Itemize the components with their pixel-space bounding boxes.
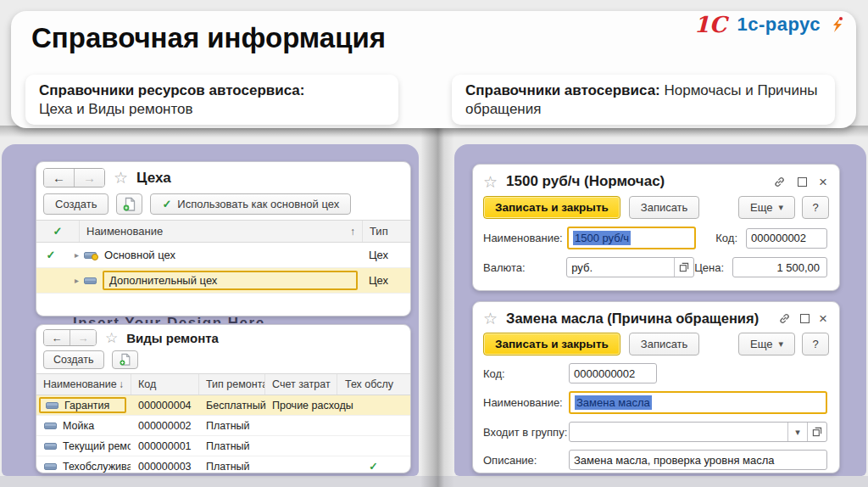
- help-button[interactable]: ?: [802, 196, 829, 219]
- reason-name-row: Наименование: Замена масла: [483, 391, 827, 414]
- type-cell: Платный: [198, 440, 264, 452]
- name-field[interactable]: Замена масла: [569, 391, 827, 414]
- expand-icon[interactable]: ▸: [75, 250, 79, 260]
- name-value: 1500 руб/ч: [573, 231, 631, 245]
- repair-name: Текущий ремонт: [63, 440, 131, 452]
- favorite-star-icon[interactable]: ☆: [483, 311, 498, 327]
- sort-asc-icon: ↑: [350, 226, 355, 238]
- link-icon[interactable]: [773, 176, 786, 188]
- create-group-button[interactable]: [112, 350, 138, 369]
- table-row-main-shop[interactable]: ✓ ▸ Основной цех Цех: [36, 243, 410, 268]
- reason-description-row: Описание: Замена масла, проверка уровня …: [483, 450, 827, 470]
- selected-name-cell[interactable]: Гарантия: [39, 397, 126, 413]
- open-group-button[interactable]: [807, 423, 826, 441]
- group-field[interactable]: ▾: [569, 422, 827, 442]
- table-row-additional-shop[interactable]: ▸ Дополнительный цех Цех: [36, 268, 410, 294]
- code-field[interactable]: 0000000002: [569, 363, 657, 383]
- table-row-current-repair[interactable]: Текущий ремонт 000000001 Платный: [36, 436, 410, 456]
- name-field[interactable]: 1500 руб/ч: [567, 227, 696, 249]
- more-button[interactable]: Еще ▾: [738, 333, 795, 355]
- currency-field[interactable]: руб.: [566, 257, 694, 277]
- column-header-name[interactable]: Наименование ↓: [36, 374, 131, 395]
- maximize-icon[interactable]: [798, 177, 807, 187]
- repair-name: Гарантия: [64, 400, 109, 411]
- favorite-star-icon[interactable]: ☆: [105, 331, 118, 345]
- favorite-star-icon[interactable]: ☆: [114, 170, 128, 186]
- rate-currency-row: Валюта: руб. Цена: 1 500,00: [483, 257, 827, 277]
- main-flag-cell: ✓: [36, 249, 65, 261]
- use-as-main-shop-button[interactable]: ✓ Использовать как основной цех: [150, 193, 351, 215]
- check-icon: ✓: [47, 249, 56, 261]
- column-header-code[interactable]: Код: [131, 374, 198, 395]
- dropdown-arrow-icon: ▾: [778, 339, 783, 350]
- cost-cell: Прочие расходы: [264, 400, 337, 411]
- repairs-titlebar: ← → ☆ Виды ремонта: [36, 325, 410, 349]
- subtitle-right-bold: Справочники автосервиса:: [465, 82, 660, 98]
- table-row-wash[interactable]: Мойка 000000002 Платный: [36, 416, 410, 436]
- create-button[interactable]: Создать: [43, 350, 104, 369]
- reason-window: ☆ Замена масла (Причина обращения) × Зап…: [472, 301, 840, 473]
- help-button[interactable]: ?: [802, 333, 829, 355]
- repair-type-icon: [46, 402, 58, 409]
- close-icon[interactable]: ×: [819, 311, 827, 326]
- more-button[interactable]: Еще ▾: [738, 196, 795, 219]
- name-value: Замена масла: [575, 395, 652, 410]
- name-cell: Мойка: [36, 420, 131, 432]
- favorite-star-icon[interactable]: ☆: [483, 174, 498, 190]
- column-header-repair-type[interactable]: Тип ремонта: [198, 374, 264, 395]
- group-dropdown-button[interactable]: ▾: [787, 423, 807, 441]
- name-label: Наименование:: [483, 396, 569, 409]
- back-button[interactable]: ←: [44, 330, 70, 345]
- expand-icon[interactable]: ▸: [75, 276, 79, 285]
- description-field[interactable]: Замена масла, проверка уровня масла: [569, 450, 827, 470]
- save-and-close-button[interactable]: Записать и закрыть: [483, 333, 620, 355]
- maximize-icon[interactable]: [800, 314, 810, 323]
- table-row-warranty[interactable]: Гарантия 000000004 Бесплатный Прочие рас…: [36, 395, 410, 416]
- shop-main-icon: [84, 252, 97, 259]
- type-cell: Цех: [362, 274, 410, 287]
- currency-label: Валюта:: [483, 261, 566, 274]
- shop-name: Основной цех: [104, 249, 175, 261]
- type-cell: Цех: [362, 249, 410, 261]
- code-cell: 000000004: [131, 400, 198, 411]
- page-title: Справочная информация: [31, 22, 386, 54]
- column-header-main-flag[interactable]: ✓: [36, 221, 79, 242]
- nav-buttons: ← →: [43, 329, 97, 346]
- slide: { "header": { "title": "Справочная инфор…: [0, 0, 868, 487]
- column-header-name-label: Наименование: [86, 225, 163, 238]
- column-header-name[interactable]: Наименование ↑: [79, 221, 362, 242]
- create-group-button[interactable]: [116, 193, 142, 215]
- nav-buttons: ← →: [43, 168, 105, 188]
- column-header-cost-account[interactable]: Счет затрат: [264, 374, 337, 395]
- forward-button[interactable]: →: [70, 330, 96, 345]
- code-cell: 000000002: [131, 420, 198, 432]
- code-cell: 000000003: [131, 461, 198, 473]
- create-button[interactable]: Создать: [43, 193, 108, 215]
- link-icon[interactable]: [778, 312, 791, 325]
- sort-desc-icon: ↓: [119, 378, 124, 390]
- table-row-maintenance[interactable]: Техобслуживание 000000003 Платный ✓: [36, 456, 410, 473]
- save-and-close-button[interactable]: Записать и закрыть: [483, 196, 620, 219]
- subtitle-left: Справочники ресурсов автосервиса: Цеха и…: [25, 75, 398, 125]
- price-field[interactable]: 1 500,00: [732, 257, 827, 277]
- close-icon[interactable]: ×: [819, 175, 827, 189]
- 1c-logo: 1С: [694, 14, 727, 36]
- save-button[interactable]: Записать: [629, 196, 700, 219]
- type-cell: Платный: [198, 420, 264, 432]
- repair-types-window: ← → ☆ Виды ремонта Создать Наименование …: [36, 324, 411, 473]
- save-button[interactable]: Записать: [629, 333, 700, 355]
- selected-name-cell[interactable]: Дополнительный цех: [103, 271, 358, 290]
- dropdown-arrow-icon: ▾: [778, 202, 783, 213]
- name-cell: Техобслуживание: [36, 461, 131, 473]
- code-field[interactable]: 000000002: [746, 228, 827, 249]
- column-header-type[interactable]: Тип: [362, 221, 410, 242]
- repair-type-icon: [44, 463, 57, 470]
- forward-button[interactable]: →: [74, 169, 104, 187]
- column-header-service[interactable]: Тех обслу: [337, 374, 410, 395]
- dropdown-arrow-icon: ▾: [795, 427, 800, 438]
- reason-group-row: Входит в группу: ▾: [483, 422, 827, 442]
- back-button[interactable]: ←: [44, 169, 74, 187]
- subtitle-left-bold: Справочники ресурсов автосервиса:: [39, 82, 304, 98]
- open-currency-button[interactable]: [674, 258, 693, 277]
- price-label: Цена:: [694, 261, 724, 274]
